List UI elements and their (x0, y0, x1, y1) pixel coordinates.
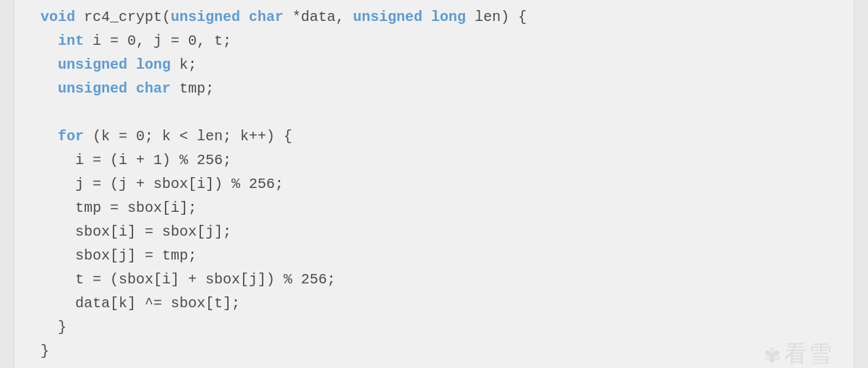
code-text: j = (j + sbox[i]) % 256; (41, 176, 284, 192)
code-text: rc4_crypt( (84, 9, 171, 25)
code-text: k; (171, 56, 197, 73)
code-text: sbox[j] = tmp; (41, 247, 197, 264)
code-text: tmp = sbox[i]; (41, 200, 197, 216)
code-container: void rc4_crypt(unsigned char *data, unsi… (14, 0, 854, 368)
code-text (41, 128, 58, 145)
code-text: } (41, 343, 49, 359)
keyword: int (58, 33, 84, 49)
code-text: (k = 0; k < len; k++) { (84, 128, 292, 145)
code-text (41, 56, 58, 73)
code-text: } (41, 319, 67, 335)
keyword: unsigned char (171, 9, 284, 25)
keyword: for (58, 128, 84, 145)
keyword: void (41, 9, 84, 25)
keyword: unsigned long (58, 56, 171, 73)
keyword: unsigned char (58, 80, 171, 97)
code-text (41, 33, 58, 49)
code-text: *data, (284, 9, 353, 25)
code-block: void rc4_crypt(unsigned char *data, unsi… (41, 5, 827, 363)
watermark: ✾ 看雪 (765, 338, 833, 368)
code-text (41, 80, 58, 97)
code-text: sbox[i] = sbox[j]; (41, 223, 231, 240)
code-text: len) { (466, 9, 527, 25)
keyword: unsigned long (353, 9, 466, 25)
code-text: data[k] ^= sbox[t]; (41, 295, 240, 312)
code-text: t = (sbox[i] + sbox[j]) % 256; (41, 271, 336, 288)
code-text: i = 0, j = 0, t; (84, 33, 231, 49)
watermark-text: 看雪 (784, 338, 833, 368)
code-text: tmp; (171, 80, 214, 97)
watermark-symbol: ✾ (765, 339, 781, 368)
code-text: i = (i + 1) % 256; (41, 152, 231, 168)
